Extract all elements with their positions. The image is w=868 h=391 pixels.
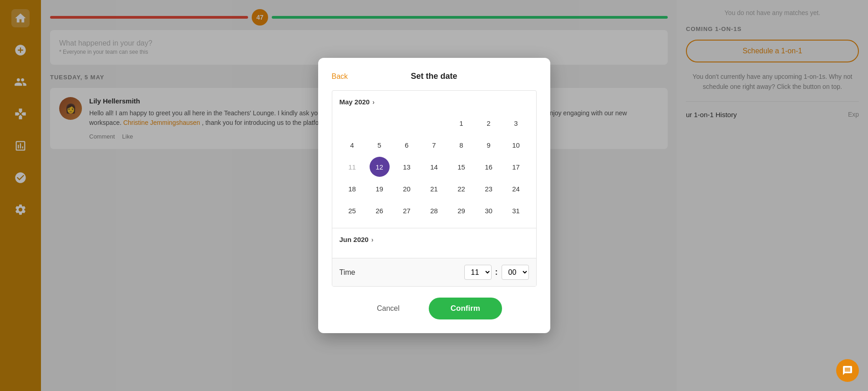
- calendar-may: May 2020 › 1 2 3 4 5 6 7 8: [332, 91, 536, 228]
- day-18[interactable]: 18: [342, 179, 362, 199]
- day-21[interactable]: 21: [424, 179, 444, 199]
- modal-footer: Cancel Confirm: [332, 298, 537, 319]
- month-label-may: May 2020: [340, 98, 370, 106]
- month-arrow-jun[interactable]: ›: [371, 236, 374, 243]
- day-6[interactable]: 6: [397, 135, 417, 155]
- day-empty: [424, 113, 444, 133]
- day-15[interactable]: 15: [452, 157, 472, 177]
- day-29[interactable]: 29: [452, 201, 472, 221]
- calendar-jun: Jun 2020 ›: [332, 228, 536, 258]
- day-27[interactable]: 27: [397, 201, 417, 221]
- modal-header: Back Set the date: [332, 72, 537, 81]
- date-modal: Back Set the date May 2020 › 1 2: [318, 58, 550, 333]
- day-16[interactable]: 16: [479, 157, 499, 177]
- day-4[interactable]: 4: [342, 135, 362, 155]
- day-empty: [342, 113, 362, 133]
- day-13[interactable]: 13: [397, 157, 417, 177]
- day-22[interactable]: 22: [452, 179, 472, 199]
- day-20[interactable]: 20: [397, 179, 417, 199]
- confirm-button[interactable]: Confirm: [429, 298, 502, 319]
- day-8[interactable]: 8: [452, 135, 472, 155]
- month-header-jun: Jun 2020 ›: [340, 236, 529, 243]
- time-colon: :: [495, 268, 498, 277]
- day-23[interactable]: 23: [479, 179, 499, 199]
- day-empty: [370, 113, 390, 133]
- minute-select[interactable]: 00153045: [502, 265, 529, 280]
- back-button[interactable]: Back: [332, 72, 348, 81]
- calendar-scroll[interactable]: May 2020 › 1 2 3 4 5 6 7 8: [332, 90, 537, 287]
- day-11[interactable]: 11: [342, 157, 362, 177]
- modal-overlay: Back Set the date May 2020 › 1 2: [0, 0, 868, 391]
- day-17[interactable]: 17: [506, 157, 526, 177]
- time-row: Time 0607080910 1112131415 : 00153045: [332, 258, 536, 286]
- calendar-grid-may: 1 2 3 4 5 6 7 8 9 10 11 12 13 14 15: [340, 113, 529, 221]
- time-label: Time: [340, 268, 355, 277]
- day-30[interactable]: 30: [479, 201, 499, 221]
- day-empty: [397, 113, 417, 133]
- day-5[interactable]: 5: [370, 135, 390, 155]
- time-select: 0607080910 1112131415 : 00153045: [464, 265, 529, 280]
- day-25[interactable]: 25: [342, 201, 362, 221]
- day-2[interactable]: 2: [479, 113, 499, 133]
- day-10[interactable]: 10: [506, 135, 526, 155]
- day-31[interactable]: 31: [506, 201, 526, 221]
- modal-title: Set the date: [411, 72, 457, 81]
- day-12-selected[interactable]: 12: [370, 157, 390, 177]
- month-label-jun: Jun 2020: [340, 236, 369, 243]
- day-28[interactable]: 28: [424, 201, 444, 221]
- day-14[interactable]: 14: [424, 157, 444, 177]
- chat-bubble[interactable]: [836, 359, 859, 382]
- day-26[interactable]: 26: [370, 201, 390, 221]
- day-1[interactable]: 1: [452, 113, 472, 133]
- day-3[interactable]: 3: [506, 113, 526, 133]
- month-arrow-may[interactable]: ›: [372, 98, 375, 106]
- day-24[interactable]: 24: [506, 179, 526, 199]
- cancel-button[interactable]: Cancel: [366, 299, 411, 318]
- day-19[interactable]: 19: [370, 179, 390, 199]
- hour-select[interactable]: 0607080910 1112131415: [464, 265, 492, 280]
- month-header-may: May 2020 ›: [340, 98, 529, 106]
- day-7[interactable]: 7: [424, 135, 444, 155]
- day-9[interactable]: 9: [479, 135, 499, 155]
